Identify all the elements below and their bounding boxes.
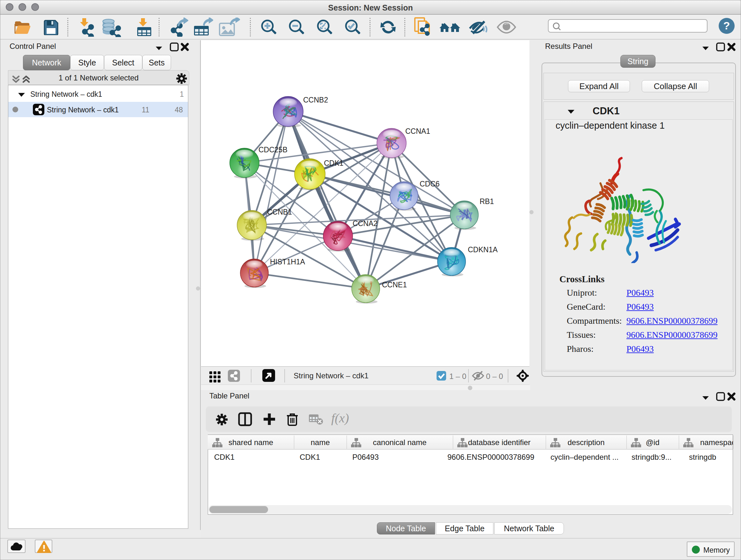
- svg-text:CCNA1: CCNA1: [405, 127, 430, 135]
- svg-text:HIST1H1A: HIST1H1A: [270, 258, 306, 266]
- svg-text:CDKN1A: CDKN1A: [468, 246, 498, 254]
- svg-text:CCNA2: CCNA2: [353, 219, 378, 228]
- svg-text:CCNE1: CCNE1: [382, 281, 407, 289]
- svg-text:CCNB2: CCNB2: [303, 96, 328, 104]
- svg-text:?: ?: [724, 19, 730, 32]
- svg-text:CDC6: CDC6: [420, 180, 440, 188]
- svg-text:CDC25B: CDC25B: [259, 145, 287, 154]
- svg-text:RB1: RB1: [480, 197, 494, 206]
- svg-text:CDK1: CDK1: [324, 159, 343, 167]
- svg-text:CCNB1: CCNB1: [267, 208, 292, 216]
